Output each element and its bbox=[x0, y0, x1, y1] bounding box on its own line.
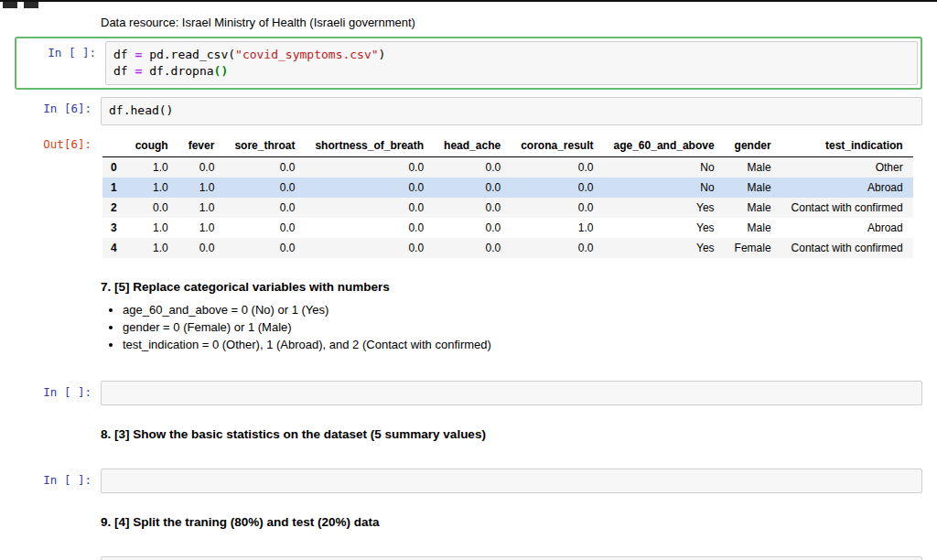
code-line: df = df.dropna() bbox=[113, 63, 910, 80]
index-column-header bbox=[102, 135, 125, 157]
column-header: fever bbox=[178, 135, 225, 157]
code-token: pd.read_csv( bbox=[142, 48, 235, 61]
table-cell: Male bbox=[725, 156, 781, 178]
column-header: shortness_of_breath bbox=[305, 135, 434, 157]
table-cell: Contact with confirmed bbox=[781, 198, 913, 218]
code-cell-read-csv[interactable]: In [ ]: df = pd.read_csv("covid_symptoms… bbox=[15, 37, 922, 90]
column-header: test_indication bbox=[781, 135, 913, 157]
row-index: 3 bbox=[102, 218, 125, 238]
code-cell-empty-2[interactable]: In [ ]: bbox=[15, 468, 922, 493]
table-row: 20.01.00.00.00.00.0YesMaleContact with c… bbox=[102, 198, 913, 218]
table-cell: Female bbox=[725, 238, 781, 258]
prompt-spacer bbox=[15, 16, 101, 20]
table-cell: 0.0 bbox=[178, 156, 225, 178]
table-cell: 0.0 bbox=[224, 238, 305, 258]
table-cell: 1.0 bbox=[125, 178, 178, 198]
row-index: 2 bbox=[102, 198, 125, 218]
table-cell: 0.0 bbox=[434, 198, 511, 218]
table-cell: 0.0 bbox=[305, 238, 434, 258]
code-token: ) bbox=[379, 48, 386, 61]
markdown-cell-intro: Data resource: Israel Ministry of Health… bbox=[15, 16, 922, 29]
output-prompt: Out[6]: bbox=[15, 133, 101, 151]
table-cell: 0.0 bbox=[178, 238, 225, 258]
table-cell: Yes bbox=[604, 198, 725, 218]
table-body: 01.00.00.00.00.00.0NoMaleOther11.01.00.0… bbox=[102, 156, 913, 258]
markdown-cell-8: 8. [3] Show the basic statistics on the … bbox=[15, 413, 922, 445]
table-row: 01.00.00.00.00.00.0NoMaleOther bbox=[102, 156, 913, 178]
row-index: 0 bbox=[102, 156, 125, 178]
table-header-row: coughfeversore_throatshortness_of_breath… bbox=[102, 135, 913, 157]
table-cell: 0.0 bbox=[511, 238, 603, 258]
code-token-bracket: () bbox=[214, 64, 229, 78]
bullet-item: gender = 0 (Female) or 1 (Male) bbox=[123, 320, 922, 334]
column-header: sore_throat bbox=[224, 135, 305, 157]
input-prompt: In [ ]: bbox=[15, 468, 101, 487]
code-editor[interactable]: df.head() bbox=[101, 97, 922, 124]
code-editor[interactable] bbox=[101, 556, 922, 560]
table-cell: 1.0 bbox=[178, 178, 225, 198]
table-cell: Yes bbox=[604, 218, 725, 238]
section-heading-7: 7. [5] Replace categorical variables wit… bbox=[101, 280, 922, 294]
code-token: df bbox=[113, 48, 135, 61]
table-cell: 0.0 bbox=[434, 218, 511, 238]
table-cell: 0.0 bbox=[511, 198, 603, 218]
bullet-item: age_60_and_above = 0 (No) or 1 (Yes) bbox=[123, 303, 922, 317]
table-cell: Other bbox=[781, 156, 913, 178]
table-cell: 0.0 bbox=[305, 198, 434, 218]
column-header: gender bbox=[725, 135, 781, 157]
input-prompt: In [ ]: bbox=[19, 41, 105, 59]
input-prompt: In [6]: bbox=[15, 97, 101, 115]
input-prompt: In [ ]: bbox=[15, 556, 101, 560]
table-cell: 0.0 bbox=[434, 156, 511, 178]
chrome-button-icon bbox=[24, 2, 38, 8]
markdown-cell-7: 7. [5] Replace categorical variables wit… bbox=[15, 265, 922, 357]
code-editor[interactable] bbox=[101, 468, 922, 493]
table-row: 41.00.00.00.00.00.0YesFemaleContact with… bbox=[102, 238, 913, 258]
table-row: 11.01.00.00.00.00.0NoMaleAbroad bbox=[102, 178, 913, 198]
table-cell: 0.0 bbox=[305, 156, 434, 178]
table-head: coughfeversore_throatshortness_of_breath… bbox=[102, 135, 913, 157]
code-line: df.head() bbox=[109, 102, 914, 119]
table-cell: 0.0 bbox=[224, 156, 305, 178]
code-token-string: "covid_symptoms.csv" bbox=[235, 48, 379, 61]
code-editor[interactable]: df = pd.read_csv("covid_symptoms.csv") d… bbox=[105, 41, 918, 85]
prompt-spacer bbox=[15, 413, 101, 417]
table-cell: 1.0 bbox=[125, 218, 178, 238]
table-row: 31.01.00.00.00.01.0YesMaleAbroad bbox=[102, 218, 913, 238]
table-cell: 0.0 bbox=[511, 156, 603, 178]
table-cell: 0.0 bbox=[511, 178, 603, 198]
code-cell-empty-3[interactable]: In [ ]: bbox=[15, 556, 922, 560]
table-cell: Contact with confirmed bbox=[781, 238, 913, 258]
chrome-button-icon bbox=[3, 2, 17, 8]
output-area: coughfeversore_throatshortness_of_breath… bbox=[101, 133, 922, 258]
prompt-spacer bbox=[15, 265, 101, 270]
row-index: 1 bbox=[102, 178, 125, 198]
table-cell: 1.0 bbox=[125, 156, 178, 178]
table-cell: 1.0 bbox=[511, 218, 603, 238]
table-cell: 0.0 bbox=[125, 198, 178, 218]
column-header: cough bbox=[125, 135, 178, 157]
table-cell: Abroad bbox=[781, 218, 913, 238]
code-line: df = pd.read_csv("covid_symptoms.csv") bbox=[113, 47, 910, 63]
table-cell: Male bbox=[725, 218, 781, 238]
code-cell-head[interactable]: In [6]: df.head() bbox=[15, 97, 922, 124]
row-index: 4 bbox=[102, 238, 125, 258]
table-cell: 0.0 bbox=[434, 178, 511, 198]
intro-text: Data resource: Israel Ministry of Health… bbox=[101, 16, 922, 29]
bullet-item: test_indication = 0 (Other), 1 (Abroad),… bbox=[123, 338, 922, 351]
column-header: age_60_and_above bbox=[604, 135, 725, 157]
notebook: Data resource: Israel Ministry of Health… bbox=[0, 16, 937, 560]
bullet-list: age_60_and_above = 0 (No) or 1 (Yes) gen… bbox=[101, 303, 922, 351]
column-header: head_ache bbox=[434, 135, 511, 157]
table-cell: 0.0 bbox=[224, 198, 305, 218]
table-cell: Male bbox=[725, 198, 781, 218]
dataframe-table: coughfeversore_throatshortness_of_breath… bbox=[102, 135, 913, 258]
table-cell: Male bbox=[725, 178, 781, 198]
code-cell-empty-1[interactable]: In [ ]: bbox=[15, 381, 922, 405]
code-token: df bbox=[113, 64, 135, 78]
code-editor[interactable] bbox=[101, 381, 922, 405]
input-prompt: In [ ]: bbox=[15, 381, 101, 399]
table-cell: Abroad bbox=[781, 178, 913, 198]
table-cell: 1.0 bbox=[125, 238, 178, 258]
markdown-cell-9: 9. [4] Split the traning (80%) and test … bbox=[15, 501, 922, 533]
